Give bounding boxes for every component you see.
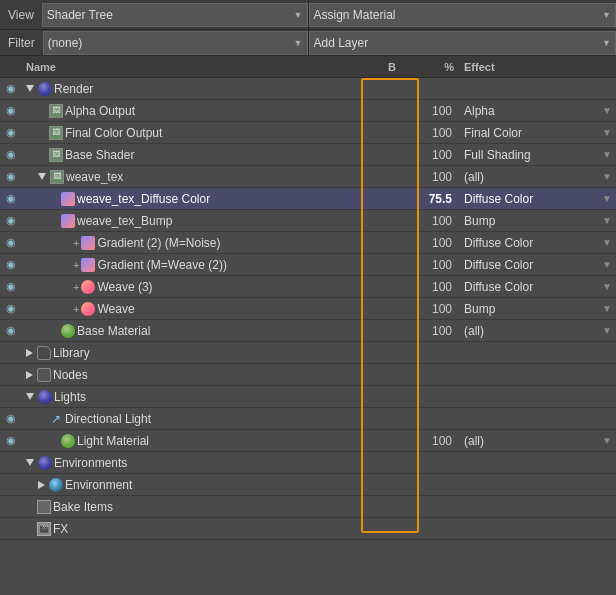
table-row[interactable]: ◉↗Directional Light: [0, 408, 616, 430]
effect-cell: Diffuse Color: [458, 192, 598, 206]
header-name: Name: [22, 61, 381, 73]
effect-arrow[interactable]: ▼: [598, 435, 616, 446]
table-row[interactable]: ◉Base Material100(all)▼: [0, 320, 616, 342]
table-row[interactable]: ◉weave_tex_Diffuse Color75.5Diffuse Colo…: [0, 188, 616, 210]
visibility-icon[interactable]: ◉: [0, 258, 22, 271]
percent-cell[interactable]: 100: [403, 324, 458, 338]
table-row[interactable]: Lights: [0, 386, 616, 408]
table-row[interactable]: Library: [0, 342, 616, 364]
visibility-icon[interactable]: ◉: [0, 170, 22, 183]
effect-cell: Bump: [458, 302, 598, 316]
name-cell: 🖼Alpha Output: [22, 104, 381, 118]
effect-arrow[interactable]: ▼: [598, 193, 616, 204]
table-row[interactable]: ◉+Gradient (M=Weave (2))100Diffuse Color…: [0, 254, 616, 276]
percent-cell[interactable]: 75.5: [403, 192, 458, 206]
percent-cell[interactable]: 100: [403, 434, 458, 448]
visibility-icon[interactable]: ◉: [0, 434, 22, 447]
effect-arrow[interactable]: ▼: [598, 215, 616, 226]
plus-icon: +: [73, 237, 79, 249]
visibility-icon[interactable]: ◉: [0, 214, 22, 227]
expand-arrow-right[interactable]: [26, 371, 33, 379]
gradient-icon: [61, 214, 75, 228]
percent-cell[interactable]: 100: [403, 148, 458, 162]
view-section: View Shader Tree ▼: [0, 0, 308, 29]
table-row[interactable]: ◉+Weave (3)100Diffuse Color▼: [0, 276, 616, 298]
shader-tree-table: Name B % Effect ◉Render◉🖼Alpha Output100…: [0, 56, 616, 595]
table-row[interactable]: ◉🖼Alpha Output100Alpha▼: [0, 100, 616, 122]
effect-cell: (all): [458, 170, 598, 184]
filter-dropdown[interactable]: (none) ▼: [43, 31, 308, 55]
visibility-icon[interactable]: ◉: [0, 148, 22, 161]
visibility-icon[interactable]: ◉: [0, 324, 22, 337]
row-name-text: Final Color Output: [63, 126, 381, 140]
visibility-icon[interactable]: ◉: [0, 302, 22, 315]
visibility-icon[interactable]: ◉: [0, 412, 22, 425]
percent-cell[interactable]: 100: [403, 126, 458, 140]
table-row[interactable]: ◉Render: [0, 78, 616, 100]
name-cell: 🖼weave_tex: [22, 170, 381, 184]
row-name-text: Library: [51, 346, 381, 360]
visibility-icon[interactable]: ◉: [0, 126, 22, 139]
expand-arrow-down[interactable]: [26, 85, 34, 92]
table-row[interactable]: Bake Items: [0, 496, 616, 518]
row-name-text: Base Shader: [63, 148, 381, 162]
table-row[interactable]: ◉🖼Base Shader100Full Shading▼: [0, 144, 616, 166]
visibility-icon[interactable]: ◉: [0, 236, 22, 249]
table-row[interactable]: 🎬FX: [0, 518, 616, 540]
effect-cell: Full Shading: [458, 148, 598, 162]
row-name-text: FX: [51, 522, 381, 536]
effect-arrow[interactable]: ▼: [598, 105, 616, 116]
percent-cell[interactable]: 100: [403, 214, 458, 228]
weave-icon: [81, 302, 95, 316]
expand-arrow-right[interactable]: [26, 349, 33, 357]
table-row[interactable]: ◉weave_tex_Bump100Bump▼: [0, 210, 616, 232]
percent-cell[interactable]: 100: [403, 104, 458, 118]
percent-cell[interactable]: 100: [403, 236, 458, 250]
visibility-icon[interactable]: ◉: [0, 82, 22, 95]
effect-arrow[interactable]: ▼: [598, 303, 616, 314]
table-row[interactable]: Environments: [0, 452, 616, 474]
gradient-icon: [81, 258, 95, 272]
expand-arrow-down[interactable]: [26, 459, 34, 466]
assign-dropdown[interactable]: Assign Material ▼: [309, 3, 617, 27]
row-name-text: weave_tex_Bump: [75, 214, 381, 228]
view-label: View: [0, 8, 42, 22]
effect-arrow[interactable]: ▼: [598, 325, 616, 336]
row-name-text: Base Material: [75, 324, 381, 338]
name-cell: 🎬FX: [22, 522, 381, 536]
effect-arrow[interactable]: ▼: [598, 149, 616, 160]
table-row[interactable]: Nodes: [0, 364, 616, 386]
percent-cell[interactable]: 100: [403, 302, 458, 316]
row-name-text: Alpha Output: [63, 104, 381, 118]
name-cell: +Gradient (M=Weave (2)): [22, 258, 381, 272]
effect-cell: Diffuse Color: [458, 236, 598, 250]
effect-cell: (all): [458, 434, 598, 448]
table-row[interactable]: ◉Light Material100(all)▼: [0, 430, 616, 452]
view-dropdown[interactable]: Shader Tree ▼: [42, 3, 308, 27]
visibility-icon[interactable]: ◉: [0, 192, 22, 205]
table-row[interactable]: ◉+Weave100Bump▼: [0, 298, 616, 320]
name-cell: +Weave: [22, 302, 381, 316]
effect-arrow[interactable]: ▼: [598, 281, 616, 292]
expand-arrow-down[interactable]: [26, 393, 34, 400]
lib-icon: [37, 346, 51, 360]
table-row[interactable]: ◉🖼weave_tex100(all)▼: [0, 166, 616, 188]
expand-arrow-down[interactable]: [38, 173, 46, 180]
effect-arrow[interactable]: ▼: [598, 259, 616, 270]
visibility-icon[interactable]: ◉: [0, 280, 22, 293]
effect-arrow[interactable]: ▼: [598, 127, 616, 138]
table-row[interactable]: Environment: [0, 474, 616, 496]
addlayer-dropdown[interactable]: Add Layer ▼: [309, 31, 617, 55]
weave-icon: [81, 280, 95, 294]
top-bar: View Shader Tree ▼ Assign Material ▼: [0, 0, 616, 30]
percent-cell[interactable]: 100: [403, 280, 458, 294]
row-name-text: Bake Items: [51, 500, 381, 514]
expand-arrow-right[interactable]: [38, 481, 45, 489]
percent-cell[interactable]: 100: [403, 258, 458, 272]
effect-arrow[interactable]: ▼: [598, 171, 616, 182]
percent-cell[interactable]: 100: [403, 170, 458, 184]
table-row[interactable]: ◉+Gradient (2) (M=Noise)100Diffuse Color…: [0, 232, 616, 254]
visibility-icon[interactable]: ◉: [0, 104, 22, 117]
table-row[interactable]: ◉🖼Final Color Output100Final Color▼: [0, 122, 616, 144]
effect-arrow[interactable]: ▼: [598, 237, 616, 248]
